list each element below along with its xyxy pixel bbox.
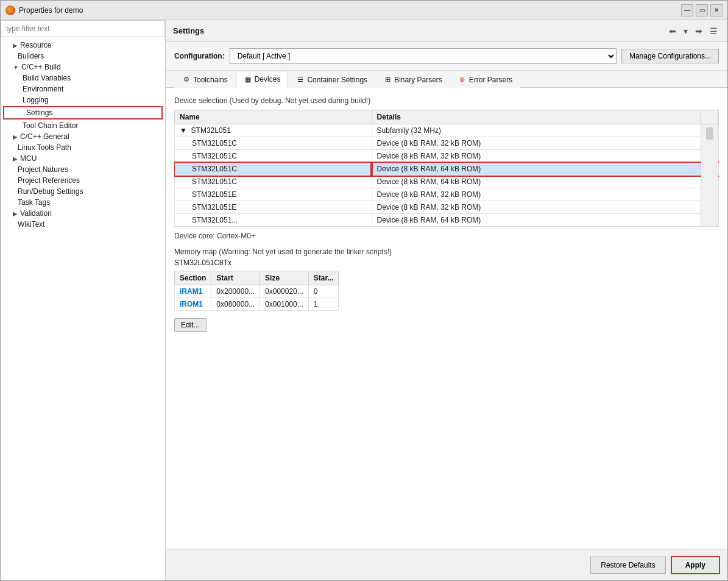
memory-row[interactable]: IROM1 0x080000... 0x001000... 1 <box>175 298 339 311</box>
binary-tab-icon: ⊞ <box>383 76 392 84</box>
scrollbar-header <box>701 110 719 124</box>
filter-input[interactable] <box>1 20 165 37</box>
tab-label: Container Settings <box>307 76 367 84</box>
content-area: Device selection (Used by debug. Not yet… <box>166 88 727 549</box>
device-row[interactable]: STM32L051E Device (8 kB RAM, 32 kB ROM) <box>175 188 719 201</box>
sidebar-item-cpp-build[interactable]: ▼ C/C++ Build <box>1 62 165 73</box>
tab-error-parsers[interactable]: ⊗ Error Parsers <box>450 71 520 88</box>
tab-label: Devices <box>255 75 281 84</box>
tabs-bar: ⚙ Toolchains ▦ Devices ☰ Container Setti… <box>166 71 727 88</box>
mem-star: 1 <box>308 298 339 311</box>
sidebar-item-build-variables[interactable]: Build Variables <box>1 73 165 84</box>
sidebar-item-label: MCU <box>20 154 37 163</box>
edit-button[interactable]: Edit... <box>174 318 207 332</box>
container-tab-icon: ☰ <box>296 76 305 84</box>
sidebar-item-wikitext[interactable]: WikiText <box>1 219 165 230</box>
device-name: STM32L051C <box>175 137 372 150</box>
title-bar-left: Properties for demo <box>5 5 83 15</box>
tab-label: Toolchains <box>193 76 228 84</box>
device-name: ▼ STM32L051 <box>175 124 372 137</box>
tab-label: Binary Parsers <box>394 76 442 84</box>
sidebar-item-project-natures[interactable]: Project Natures <box>1 164 165 175</box>
devices-tab-icon: ▦ <box>244 75 252 84</box>
sidebar-item-linux-tools-path[interactable]: Linux Tools Path <box>1 142 165 153</box>
device-core-text: Device core: Cortex-M0+ <box>174 232 719 240</box>
sidebar-item-task-tags[interactable]: Task Tags <box>1 197 165 208</box>
tree-area: ▶ Resource Builders ▼ C/C++ Build Build … <box>1 37 165 580</box>
menu-button[interactable]: ☰ <box>707 25 720 37</box>
mem-col-star: Star... <box>308 271 339 285</box>
device-details: Device (8 kB RAM, 64 kB ROM) <box>372 176 701 188</box>
sidebar-item-resource[interactable]: ▶ Resource <box>1 40 165 51</box>
device-details: Device (8 kB RAM, 32 kB ROM) <box>372 201 701 214</box>
sidebar-item-environment[interactable]: Environment <box>1 84 165 94</box>
right-header: Settings ⬅ ▾ ➡ ☰ <box>166 20 727 42</box>
sidebar-item-mcu[interactable]: ▶ MCU <box>1 153 165 164</box>
title-bar-controls: — ▭ ✕ <box>681 4 723 16</box>
sidebar-item-label: WikiText <box>18 220 45 229</box>
device-details: Device (8 kB RAM, 32 kB ROM) <box>372 137 701 150</box>
right-panel: Settings ⬅ ▾ ➡ ☰ Configuration: Default … <box>166 20 727 580</box>
toolchains-tab-icon: ⚙ <box>182 76 191 84</box>
restore-button[interactable]: ▭ <box>696 4 708 16</box>
dropdown-button[interactable]: ▾ <box>681 25 690 37</box>
device-row[interactable]: STM32L051C Device (8 kB RAM, 32 kB ROM) <box>175 150 719 163</box>
main-area: ▶ Resource Builders ▼ C/C++ Build Build … <box>1 20 727 580</box>
sidebar-item-settings[interactable]: Settings <box>3 106 163 119</box>
main-window: Properties for demo — ▭ ✕ ▶ Resource Bui… <box>0 0 728 581</box>
sidebar-item-label: Run/Debug Settings <box>18 187 83 196</box>
sidebar-item-project-references[interactable]: Project References <box>1 175 165 186</box>
device-row[interactable]: STM32L051E Device (8 kB RAM, 32 kB ROM) <box>175 201 719 214</box>
manage-configurations-button[interactable]: Manage Configurations... <box>621 49 719 63</box>
tab-toolchains[interactable]: ⚙ Toolchains <box>174 71 236 88</box>
sidebar-item-label: C/C++ General <box>20 132 69 141</box>
memory-row[interactable]: IRAM1 0x200000... 0x000020... 0 <box>175 285 339 298</box>
close-button[interactable]: ✕ <box>710 4 723 16</box>
sidebar-item-logging[interactable]: Logging <box>1 94 165 105</box>
device-name: STM32L051E <box>175 201 372 214</box>
mem-size: 0x001000... <box>260 298 309 311</box>
mem-star: 0 <box>308 285 339 298</box>
sidebar-item-run-debug-settings[interactable]: Run/Debug Settings <box>1 186 165 197</box>
sidebar-item-label: Logging <box>23 96 49 104</box>
mem-size: 0x000020... <box>260 285 309 298</box>
tab-binary-parsers[interactable]: ⊞ Binary Parsers <box>375 71 450 88</box>
device-details: Device (8 kB RAM, 64 kB ROM) <box>372 163 701 176</box>
device-row-selected[interactable]: STM32L051C Device (8 kB RAM, 64 kB ROM) <box>175 163 719 176</box>
device-row[interactable]: STM32L051... Device (8 kB RAM, 64 kB ROM… <box>175 214 719 227</box>
sidebar-item-label: Validation <box>20 209 52 218</box>
config-bar: Configuration: Default [ Active ] Manage… <box>166 42 727 71</box>
mem-section: IROM1 <box>175 298 211 311</box>
apply-button[interactable]: Apply <box>671 556 720 574</box>
device-name: STM32L051... <box>175 214 372 227</box>
sidebar-item-label: Project Natures <box>18 165 68 174</box>
chevron-icon: ▶ <box>13 210 18 217</box>
header-icons: ⬅ ▾ ➡ ☰ <box>666 25 720 37</box>
minimize-button[interactable]: — <box>681 4 693 16</box>
col-details-header: Details <box>372 110 701 124</box>
device-name: STM32L051C <box>175 163 372 176</box>
table-scrollbar[interactable] <box>701 124 719 227</box>
sidebar-item-label: Task Tags <box>18 198 50 207</box>
device-name: STM32L051E <box>175 188 372 201</box>
device-name: STM32L051C <box>175 176 372 188</box>
device-row[interactable]: STM32L051C Device (8 kB RAM, 64 kB ROM) <box>175 176 719 188</box>
sidebar-item-validation[interactable]: ▶ Validation <box>1 208 165 219</box>
sidebar-item-label: C/C++ Build <box>21 63 61 71</box>
back-button[interactable]: ⬅ <box>666 25 679 37</box>
device-table: Name Details ▼ STM32L051 Subfamily (32 M… <box>174 110 719 227</box>
device-details: Device (8 kB RAM, 32 kB ROM) <box>372 150 701 163</box>
config-select[interactable]: Default [ Active ] <box>230 48 617 64</box>
device-details: Device (8 kB RAM, 64 kB ROM) <box>372 214 701 227</box>
tab-devices[interactable]: ▦ Devices <box>236 71 289 88</box>
device-row[interactable]: STM32L051C Device (8 kB RAM, 32 kB ROM) <box>175 137 719 150</box>
restore-defaults-button[interactable]: Restore Defaults <box>590 557 665 574</box>
sidebar-item-tool-chain-editor[interactable]: Tool Chain Editor <box>1 120 165 131</box>
tab-container-settings[interactable]: ☰ Container Settings <box>288 71 375 88</box>
device-row[interactable]: ▼ STM32L051 Subfamily (32 MHz) <box>175 124 719 137</box>
forward-button[interactable]: ➡ <box>693 25 705 37</box>
device-selection-header: Device selection (Used by debug. Not yet… <box>174 96 719 105</box>
mem-start: 0x080000... <box>211 298 260 311</box>
sidebar-item-cpp-general[interactable]: ▶ C/C++ General <box>1 131 165 142</box>
sidebar-item-builders[interactable]: Builders <box>1 51 165 62</box>
